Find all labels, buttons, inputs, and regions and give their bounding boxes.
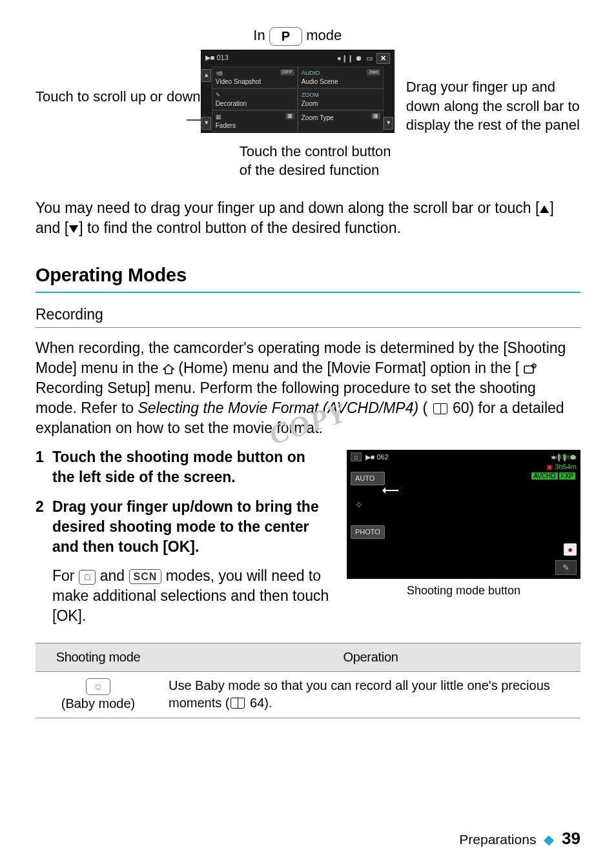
svg-marker-0 [540, 205, 549, 213]
step-2-text: Drag your finger up/down to bring the de… [52, 497, 330, 557]
table-row: ☺ (Baby mode) Use Baby mode so that you … [36, 671, 580, 718]
table-header-mode: Shooting mode [36, 643, 161, 671]
focus-icon: ✧ [351, 497, 385, 514]
baby-mode-operation: Use Baby mode so that you can record all… [161, 671, 580, 718]
up-triangle-icon [539, 205, 549, 214]
cell-faders[interactable]: ▦▦Faders [212, 110, 298, 132]
step-1-text: Touch the shooting mode button on the le… [52, 447, 330, 487]
cell-video-snapshot[interactable]: OFF📹Video Snapshot [212, 66, 298, 88]
home-chip: ⌂ [351, 452, 362, 461]
close-button[interactable]: ✕ [376, 53, 390, 64]
paragraph-recording-intro: When recording, the camcorder's operatin… [36, 338, 580, 438]
recording-setup-icon [524, 363, 538, 375]
cell-decoration[interactable]: ✎Decoration [212, 88, 298, 110]
page-footer: Preparations ◆ 39 [459, 827, 580, 850]
mode-line: In P mode [201, 26, 395, 46]
cell-audio-scene[interactable]: JstdAUDIOAudio Scene [298, 66, 384, 88]
pointer-arrow [383, 490, 398, 491]
step-1-number: 1 [36, 447, 52, 487]
panel-page: ▶■ 013 [205, 53, 229, 64]
table-header-operation: Operation [161, 643, 580, 671]
scroll-down-button[interactable]: ▼ [201, 117, 211, 130]
baby-mode-icon: ☺ [86, 678, 110, 695]
cell-zoom[interactable]: ZOOMZoom [298, 88, 384, 110]
screenshot-caption: Shooting mode button [347, 583, 580, 598]
cinema-mode-icon: □ [79, 570, 96, 585]
subhead-recording: Recording [36, 305, 580, 325]
scn-mode-icon: SCN [129, 569, 162, 585]
down-triangle-icon [68, 225, 79, 234]
home-icon [163, 364, 174, 374]
scrollbar-handle[interactable]: ▼ [384, 117, 393, 130]
paragraph-scrollbar-hint: You may need to drag your finger up and … [36, 198, 580, 238]
scroll-caption-left-text: Touch to scroll up or down [36, 88, 201, 105]
baby-mode-label: (Baby mode) [61, 696, 136, 711]
battery-icon: ▭ [366, 54, 373, 63]
svg-marker-1 [69, 225, 78, 233]
scroll-caption-left: Touch to scroll up or down [36, 26, 201, 106]
scroll-up-button[interactable]: ▲ [201, 69, 211, 82]
mode-badge: P [269, 27, 302, 46]
function-panel: ▶■ 013 ●❙❙ ⏺ ▭ ✕ ▲ ▼ OFF📹Video Snapshot … [201, 50, 395, 133]
photo-chip[interactable]: PHOTO [351, 525, 385, 539]
step-2-number: 2 [36, 497, 52, 557]
panel-bottom-caption: Touch the control button of the desired … [240, 142, 395, 180]
step-2-subtext: For □ and SCN modes, you will need to ma… [52, 566, 330, 626]
svg-point-4 [533, 365, 535, 367]
pause-icon: ●❙❙ ⏺ [337, 54, 362, 63]
screenshot-shooting-mode: ⌂ ▶■ 062 ●❙❙ ⏺ ▭91min ▣ 3h54m AVCHDFXP A… [347, 450, 580, 579]
scroll-caption-right: Drag your finger up and down along the s… [395, 26, 580, 135]
book-ref-icon [231, 698, 245, 709]
book-ref-icon [433, 403, 447, 414]
auto-mode-chip[interactable]: AUTO [351, 472, 385, 485]
cell-zoom-type[interactable]: ▦Zoom Type [298, 110, 384, 132]
palette-button[interactable]: ✎ [555, 560, 577, 576]
heading-operating-modes: Operating Modes [36, 263, 580, 288]
shooting-mode-table: Shooting mode Operation ☺ (Baby mode) Us… [36, 643, 580, 718]
record-button[interactable]: ● [564, 543, 577, 556]
